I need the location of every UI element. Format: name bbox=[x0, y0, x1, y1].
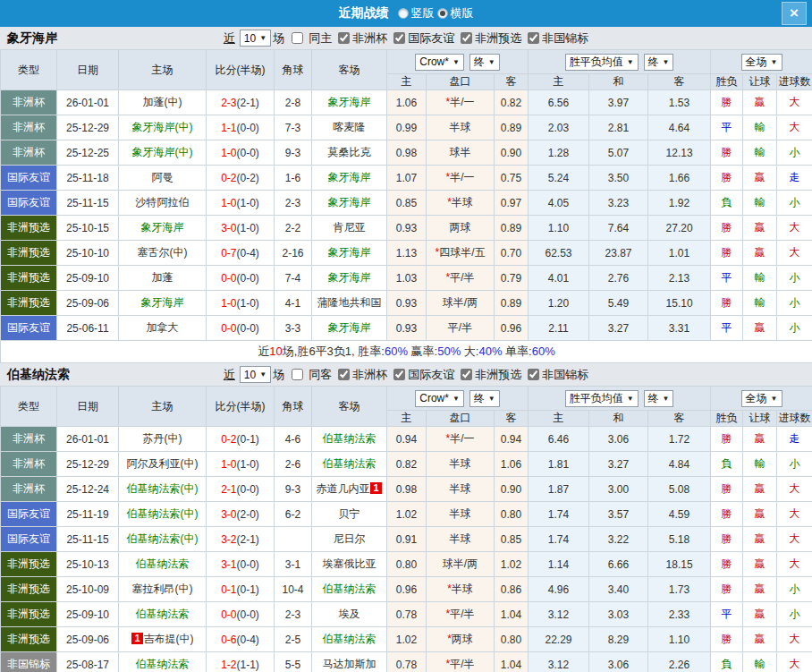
bookmaker-select[interactable]: Crow*▼ bbox=[415, 54, 464, 71]
away-team-name: 伯基纳法索 bbox=[323, 583, 376, 595]
score: 3-0(2-0) bbox=[207, 502, 275, 527]
league-checkbox-0[interactable] bbox=[338, 32, 350, 44]
handicap-result: 贏 bbox=[743, 241, 777, 266]
handicap: *半球 bbox=[427, 191, 495, 216]
away-team: 象牙海岸 bbox=[312, 241, 387, 266]
half-time-score: (2-1) bbox=[237, 533, 259, 546]
filter-controls: 近10▼场同客非洲杯国际友谊非洲预选非国锦标 bbox=[224, 366, 588, 383]
match-date: 25-12-29 bbox=[57, 452, 119, 477]
league-badge: 非洲杯 bbox=[1, 90, 57, 115]
handicap-result: 贏 bbox=[743, 216, 777, 241]
full-match-select[interactable]: 全场▼ bbox=[741, 54, 782, 71]
close-button[interactable]: × bbox=[782, 2, 807, 25]
col-score: 比分(半场) bbox=[207, 50, 275, 90]
col-away: 客场 bbox=[312, 50, 387, 90]
avg-away-odds: 27.20 bbox=[648, 216, 711, 241]
home-odds: 0.96 bbox=[387, 577, 427, 602]
handicap: 球半 bbox=[427, 140, 495, 166]
same-side-checkbox[interactable] bbox=[292, 32, 303, 44]
near-link[interactable]: 近 bbox=[224, 367, 235, 383]
avg-draw-odds: 3.22 bbox=[589, 527, 648, 552]
half-time-score: (0-0) bbox=[237, 558, 259, 571]
layout-radio-0[interactable] bbox=[398, 8, 409, 19]
handicap-text: 四球半/五 bbox=[439, 246, 485, 259]
home-team-name: 塞舌尔(中) bbox=[138, 246, 188, 259]
home-team: 象牙海岸 bbox=[119, 291, 207, 316]
summary-segment: 10 bbox=[269, 345, 282, 358]
layout-radio-1[interactable] bbox=[437, 8, 448, 19]
wdl-stage-select[interactable]: 终▼ bbox=[644, 54, 674, 71]
match-date: 25-09-06 bbox=[57, 291, 119, 316]
summary-segment: 赢率: bbox=[408, 345, 437, 358]
match-row: 非洲预选25-09-061吉布提(中)0-6(0-4)2-5伯基纳法索1.02*… bbox=[1, 627, 812, 652]
match-count-select[interactable]: 10▼ bbox=[240, 30, 271, 47]
match-date: 25-10-10 bbox=[57, 241, 119, 266]
corner-score: 10-4 bbox=[275, 577, 312, 602]
league-label-1: 国际友谊 bbox=[408, 367, 454, 383]
col-home: 主场 bbox=[119, 387, 207, 427]
handicap: 球半/两 bbox=[427, 552, 495, 577]
result-badge: 勝 bbox=[711, 216, 743, 241]
handicap-result: 贏 bbox=[743, 477, 777, 502]
avg-draw-odds: 3.23 bbox=[589, 191, 648, 216]
away-team: 埃塞俄比亚 bbox=[312, 552, 387, 577]
match-count-select[interactable]: 10▼ bbox=[240, 366, 271, 383]
dropdown-arrow-icon: ▼ bbox=[259, 34, 266, 42]
league-checkbox-1[interactable] bbox=[393, 369, 405, 380]
home-team: 加蓬(中) bbox=[119, 90, 207, 115]
avg-away-odds: 2.26 bbox=[648, 652, 711, 672]
wdl-average-select[interactable]: 胜平负均值▼ bbox=[565, 390, 639, 407]
filter-controls: 近10▼场同主非洲杯国际友谊非洲预选非国锦标 bbox=[224, 30, 588, 47]
league-checkbox-1[interactable] bbox=[393, 32, 405, 44]
away-team-name: 象牙海岸 bbox=[328, 196, 371, 208]
odds-stage-select[interactable]: 终▼ bbox=[469, 54, 500, 71]
col-avg-home: 主 bbox=[529, 411, 589, 427]
away-odds: 0.89 bbox=[495, 115, 529, 140]
near-link[interactable]: 近 bbox=[224, 30, 235, 47]
wdl-stage-select[interactable]: 终▼ bbox=[644, 390, 674, 407]
full-time-score: 0-0 bbox=[221, 322, 236, 335]
wdl-average-select[interactable]: 胜平负均值▼ bbox=[565, 54, 639, 71]
match-date: 25-06-11 bbox=[57, 316, 119, 341]
league-label-3: 非国锦标 bbox=[542, 30, 588, 47]
half-time-score: (0-1) bbox=[237, 433, 259, 446]
home-team-name: 苏丹(中) bbox=[143, 432, 182, 445]
league-badge: 国际友谊 bbox=[1, 191, 57, 216]
away-team: 象牙海岸 bbox=[312, 266, 387, 291]
league-checkbox-2[interactable] bbox=[461, 369, 472, 380]
match-row: 非洲杯25-12-25象牙海岸(中)1-0(0-0)9-3莫桑比克0.98球半0… bbox=[1, 140, 812, 166]
avg-draw-odds: 3.27 bbox=[589, 316, 648, 341]
col-date: 日期 bbox=[57, 387, 119, 427]
score: 0-0(0-0) bbox=[207, 266, 275, 291]
col-odds-away: 客 bbox=[495, 74, 529, 90]
col-goals: 进球数 bbox=[777, 74, 812, 90]
handicap: 平/半 bbox=[427, 316, 495, 341]
odds-stage-select[interactable]: 终▼ bbox=[469, 390, 500, 407]
league-checkbox-0[interactable] bbox=[338, 369, 350, 380]
full-time-score: 0-0 bbox=[221, 608, 236, 621]
home-team-name: 象牙海岸 bbox=[141, 296, 184, 309]
home-odds: 0.94 bbox=[387, 427, 427, 452]
col-type: 类型 bbox=[1, 387, 57, 427]
result-badge: 勝 bbox=[711, 627, 743, 652]
score: 1-0(1-0) bbox=[207, 291, 275, 316]
handicap-text: 半/一 bbox=[450, 96, 474, 108]
dropdown-arrow-icon: ▼ bbox=[627, 58, 634, 66]
corner-score: 2-3 bbox=[275, 191, 312, 216]
home-odds: 0.85 bbox=[387, 191, 427, 216]
league-checkbox-3[interactable] bbox=[528, 32, 539, 44]
full-time-score: 1-2 bbox=[221, 659, 236, 671]
avg-draw-odds: 6.66 bbox=[589, 552, 648, 577]
full-time-score: 2-3 bbox=[221, 97, 236, 109]
home-team: 象牙海岸(中) bbox=[119, 140, 207, 166]
league-checkbox-3[interactable] bbox=[528, 369, 539, 380]
league-checkbox-2[interactable] bbox=[461, 32, 472, 44]
goals-result: 小 bbox=[777, 266, 812, 291]
home-team-name: 伯基纳法索(中) bbox=[127, 482, 199, 495]
avg-draw-odds: 3.50 bbox=[589, 166, 648, 191]
home-odds: 1.02 bbox=[387, 502, 427, 527]
bookmaker-select[interactable]: Crow*▼ bbox=[415, 390, 464, 407]
full-match-select[interactable]: 全场▼ bbox=[741, 390, 782, 407]
same-side-checkbox[interactable] bbox=[292, 369, 303, 380]
handicap-result: 輸 bbox=[743, 191, 777, 216]
